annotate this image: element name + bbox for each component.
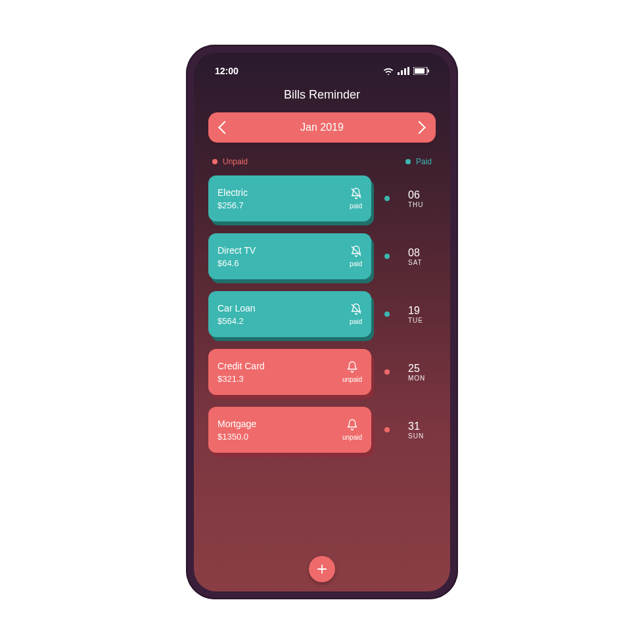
bill-day: 25 xyxy=(408,363,434,375)
bill-date: 25 MON xyxy=(408,363,434,382)
bill-amount: $321.3 xyxy=(218,374,265,384)
bill-amount: $1350.0 xyxy=(218,432,256,442)
dot-paid-icon xyxy=(405,159,411,164)
bill-status-label: unpaid xyxy=(342,376,362,383)
next-month-button[interactable] xyxy=(413,121,426,134)
bills-list: Electric $256.7 paid 06 THU Direct TV $6… xyxy=(208,175,436,549)
bill-status-label: unpaid xyxy=(342,434,362,441)
bill-info: Credit Card $321.3 xyxy=(218,361,265,384)
bill-date: 08 SAT xyxy=(408,247,434,266)
bill-card[interactable]: Credit Card $321.3 unpaid xyxy=(208,349,371,395)
bill-amount: $564.2 xyxy=(218,316,256,326)
battery-icon xyxy=(413,67,429,75)
bill-row: Credit Card $321.3 unpaid 25 MON xyxy=(208,349,434,395)
bill-info: Car Loan $564.2 xyxy=(218,303,256,326)
bill-weekday: MON xyxy=(408,375,434,382)
bill-amount: $64.6 xyxy=(218,258,256,268)
bill-status-label: paid xyxy=(350,202,362,210)
bill-day: 19 xyxy=(408,305,434,317)
bill-name: Direct TV xyxy=(218,245,256,256)
signal-icon xyxy=(398,67,409,75)
bell-off-icon xyxy=(350,303,362,316)
bill-status: unpaid xyxy=(342,361,362,383)
bell-icon xyxy=(346,419,358,432)
bill-card[interactable]: Mortgage $1350.0 unpaid xyxy=(208,407,371,453)
status-dot-icon xyxy=(384,254,390,259)
bill-day: 08 xyxy=(408,247,434,259)
bill-weekday: SUN xyxy=(408,432,434,440)
bill-card[interactable]: Car Loan $564.2 paid xyxy=(208,291,371,337)
bill-row: Direct TV $64.6 paid 08 SAT xyxy=(208,233,434,279)
month-selector: Jan 2019 xyxy=(208,112,436,143)
status-bar: 12:00 xyxy=(208,64,436,83)
bill-card[interactable]: Direct TV $64.6 paid xyxy=(208,233,371,279)
page-title: Bills Reminder xyxy=(208,88,436,102)
add-bill-button[interactable] xyxy=(309,556,335,582)
bill-day: 06 xyxy=(408,189,434,201)
svg-rect-5 xyxy=(415,68,425,74)
legend: Unpaid Paid xyxy=(212,157,432,166)
status-dot-icon xyxy=(384,311,390,317)
bill-status-label: paid xyxy=(350,318,362,325)
dot-unpaid-icon xyxy=(212,159,218,164)
bell-off-icon xyxy=(350,187,362,200)
bill-amount: $256.7 xyxy=(218,200,248,210)
bell-off-icon xyxy=(350,245,362,258)
bill-status: paid xyxy=(350,245,362,267)
bill-name: Credit Card xyxy=(218,361,265,371)
svg-rect-2 xyxy=(404,68,406,75)
prev-month-button[interactable] xyxy=(218,121,231,134)
bell-icon xyxy=(346,361,358,374)
month-label: Jan 2019 xyxy=(300,122,344,133)
status-dot-icon xyxy=(384,196,390,201)
bill-row: Car Loan $564.2 paid 19 TUE xyxy=(208,291,434,337)
bill-row: Mortgage $1350.0 unpaid 31 SUN xyxy=(208,407,434,453)
bill-weekday: SAT xyxy=(408,259,434,266)
plus-icon xyxy=(317,564,327,574)
phone-frame: 12:00 Bills Reminder Jan 2019 Unpaid Pai… xyxy=(186,45,458,599)
svg-rect-0 xyxy=(398,72,400,75)
wifi-icon xyxy=(383,67,394,75)
bill-info: Direct TV $64.6 xyxy=(218,245,256,268)
bill-date: 19 TUE xyxy=(408,305,434,324)
bill-row: Electric $256.7 paid 06 THU xyxy=(208,175,434,221)
svg-rect-3 xyxy=(407,67,409,75)
bill-name: Car Loan xyxy=(218,303,256,313)
bill-name: Mortgage xyxy=(218,419,256,429)
legend-unpaid-label: Unpaid xyxy=(223,157,248,166)
bill-card[interactable]: Electric $256.7 paid xyxy=(208,175,371,221)
bill-info: Mortgage $1350.0 xyxy=(218,419,256,442)
bill-date: 06 THU xyxy=(408,189,434,208)
status-time: 12:00 xyxy=(215,66,239,76)
bill-status: paid xyxy=(350,187,362,210)
legend-unpaid: Unpaid xyxy=(212,157,248,166)
bill-status: unpaid xyxy=(342,419,362,441)
legend-paid: Paid xyxy=(405,157,432,166)
status-dot-icon xyxy=(384,427,390,432)
bill-weekday: TUE xyxy=(408,317,434,324)
svg-rect-1 xyxy=(401,70,403,75)
bill-day: 31 xyxy=(408,421,434,432)
bill-date: 31 SUN xyxy=(408,421,434,440)
status-icons xyxy=(383,67,429,75)
status-dot-icon xyxy=(384,369,390,375)
legend-paid-label: Paid xyxy=(416,157,432,166)
bill-status: paid xyxy=(350,303,362,325)
svg-rect-6 xyxy=(428,70,429,73)
app-screen: 12:00 Bills Reminder Jan 2019 Unpaid Pai… xyxy=(194,53,450,591)
bill-name: Electric xyxy=(218,187,248,198)
bill-status-label: paid xyxy=(350,260,362,267)
bill-info: Electric $256.7 xyxy=(218,187,248,210)
bill-weekday: THU xyxy=(408,201,434,208)
